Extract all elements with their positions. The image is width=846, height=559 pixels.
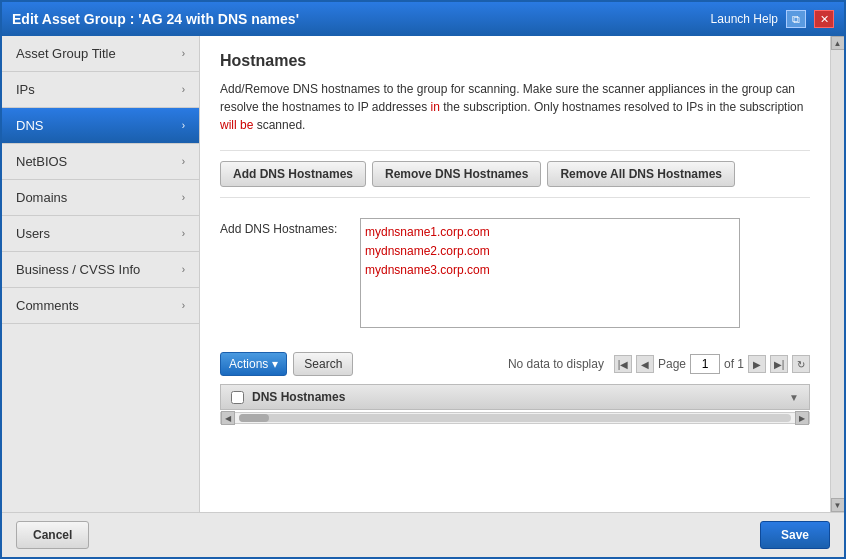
sidebar-chevron-icon: › (182, 228, 185, 239)
sidebar-item-asset-group-title[interactable]: Asset Group Title› (2, 36, 199, 72)
dns-entry-2[interactable]: mydnsname2.corp.com (365, 242, 735, 261)
prev-page-button[interactable]: ◀ (636, 355, 654, 373)
remove-dns-hostnames-button[interactable]: Remove DNS Hostnames (372, 161, 541, 187)
sidebar-chevron-icon: › (182, 192, 185, 203)
sidebar-item-dns[interactable]: DNS› (2, 108, 199, 144)
sidebar-chevron-icon: › (182, 120, 185, 131)
remove-all-dns-hostnames-button[interactable]: Remove All DNS Hostnames (547, 161, 735, 187)
scroll-right-arrow[interactable]: ▶ (795, 411, 809, 425)
sidebar-item-label: Domains (16, 190, 67, 205)
window-title: Edit Asset Group : 'AG 24 with DNS names… (12, 11, 299, 27)
sidebar-chevron-icon: › (182, 84, 185, 95)
sidebar-chevron-icon: › (182, 264, 185, 275)
of-label: of 1 (724, 357, 744, 371)
launch-help-link[interactable]: Launch Help (711, 12, 778, 26)
table-header: DNS Hostnames ▼ (220, 384, 810, 410)
scroll-left-arrow[interactable]: ◀ (221, 411, 235, 425)
sidebar-item-label: Users (16, 226, 50, 241)
add-dns-section: Add DNS Hostnames: mydnsname1.corp.com m… (220, 218, 810, 328)
sidebar-chevron-icon: › (182, 156, 185, 167)
bottom-toolbar: Actions ▾ Search No data to display |◀ ◀… (220, 344, 810, 380)
external-window-button[interactable]: ⧉ (786, 10, 806, 28)
sidebar-item-ips[interactable]: IPs› (2, 72, 199, 108)
select-all-checkbox[interactable] (231, 391, 244, 404)
sidebar: Asset Group Title›IPs›DNS›NetBIOS›Domain… (2, 36, 200, 512)
sidebar-item-label: Comments (16, 298, 79, 313)
dns-entry-3[interactable]: mydnsname3.corp.com (365, 261, 735, 280)
sidebar-item-label: Business / CVSS Info (16, 262, 140, 277)
content-scroll: Hostnames Add/Remove DNS hostnames to th… (200, 36, 830, 512)
actions-dropdown-button[interactable]: Actions ▾ (220, 352, 287, 376)
add-dns-label: Add DNS Hostnames: (220, 218, 360, 236)
description-text: Add/Remove DNS hostnames to the group fo… (220, 80, 810, 134)
sidebar-item-label: NetBIOS (16, 154, 67, 169)
vertical-scrollbar[interactable]: ▲ ▼ (830, 36, 844, 512)
page-label: Page (658, 357, 686, 371)
sidebar-item-comments[interactable]: Comments› (2, 288, 199, 324)
sidebar-item-users[interactable]: Users› (2, 216, 199, 252)
title-bar: Edit Asset Group : 'AG 24 with DNS names… (2, 2, 844, 36)
search-button[interactable]: Search (293, 352, 353, 376)
add-dns-hostnames-button[interactable]: Add DNS Hostnames (220, 161, 366, 187)
scrollbar-thumb[interactable] (239, 414, 269, 422)
main-content: Asset Group Title›IPs›DNS›NetBIOS›Domain… (2, 36, 844, 512)
sidebar-item-label: DNS (16, 118, 43, 133)
content-area: Hostnames Add/Remove DNS hostnames to th… (200, 36, 830, 512)
scroll-up-arrow[interactable]: ▲ (831, 36, 845, 50)
no-data-text: No data to display (508, 357, 604, 371)
edit-asset-group-window: Edit Asset Group : 'AG 24 with DNS names… (0, 0, 846, 559)
cancel-button[interactable]: Cancel (16, 521, 89, 549)
actions-chevron-icon: ▾ (272, 357, 278, 371)
sidebar-chevron-icon: › (182, 300, 185, 311)
page-input[interactable] (690, 354, 720, 374)
sidebar-item-domains[interactable]: Domains› (2, 180, 199, 216)
refresh-button[interactable]: ↻ (792, 355, 810, 373)
action-buttons: Add DNS Hostnames Remove DNS Hostnames R… (220, 150, 810, 198)
title-bar-controls: Launch Help ⧉ ✕ (711, 10, 834, 28)
footer-bar: Cancel Save (2, 512, 844, 557)
scrollbar-track (239, 414, 791, 422)
sort-icon[interactable]: ▼ (789, 392, 799, 403)
dns-textarea[interactable]: mydnsname1.corp.com mydnsname2.corp.com … (360, 218, 740, 328)
pagination: No data to display |◀ ◀ Page of 1 ▶ ▶| ↻ (508, 354, 810, 374)
dns-entry-1[interactable]: mydnsname1.corp.com (365, 223, 735, 242)
first-page-button[interactable]: |◀ (614, 355, 632, 373)
sidebar-item-netbios[interactable]: NetBIOS› (2, 144, 199, 180)
sidebar-chevron-icon: › (182, 48, 185, 59)
actions-label: Actions (229, 357, 268, 371)
highlight-in: in (431, 100, 440, 114)
close-button[interactable]: ✕ (814, 10, 834, 28)
sidebar-item-label: IPs (16, 82, 35, 97)
content-with-scroll: Hostnames Add/Remove DNS hostnames to th… (200, 36, 844, 512)
dns-hostnames-column-header: DNS Hostnames (252, 390, 345, 404)
scroll-down-arrow[interactable]: ▼ (831, 498, 845, 512)
sidebar-item-label: Asset Group Title (16, 46, 116, 61)
horizontal-scrollbar[interactable]: ◀ ▶ (220, 412, 810, 424)
sidebar-item-business-cvss[interactable]: Business / CVSS Info› (2, 252, 199, 288)
next-page-button[interactable]: ▶ (748, 355, 766, 373)
save-button[interactable]: Save (760, 521, 830, 549)
last-page-button[interactable]: ▶| (770, 355, 788, 373)
section-title: Hostnames (220, 52, 810, 70)
highlight-will-be: will be (220, 118, 253, 132)
